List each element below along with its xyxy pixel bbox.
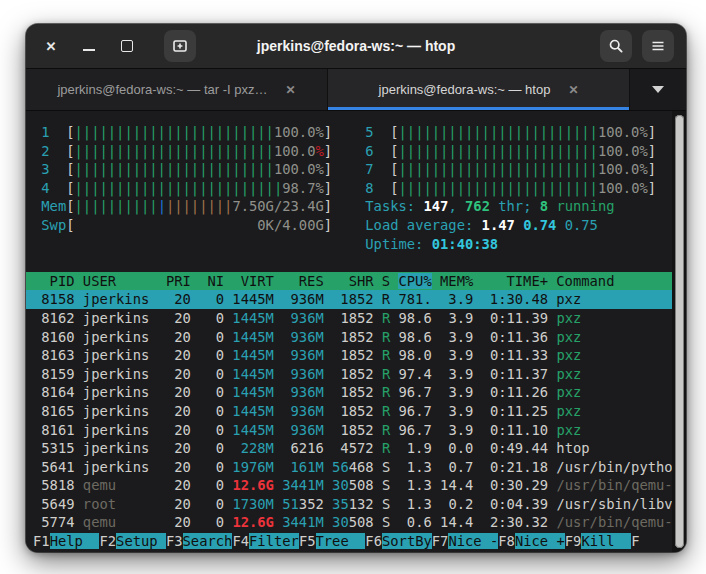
- search-button[interactable]: [600, 30, 632, 62]
- search-icon: [608, 38, 624, 54]
- process-row[interactable]: 8162 jperkins 20 0 1445M 936M 1852 R 98.…: [26, 309, 674, 328]
- process-row[interactable]: 8160 jperkins 20 0 1445M 936M 1852 R 98.…: [26, 328, 674, 347]
- uptime-line: Uptime: 01:40:38: [26, 235, 674, 254]
- tab-label: jperkins@fedora-ws:~ — htop: [379, 82, 551, 97]
- function-key-bar[interactable]: F1Help F2Setup F3SearchF4FilterF5Tree F6…: [26, 532, 674, 551]
- close-window-button[interactable]: ✕: [38, 33, 64, 59]
- tab-label: jperkins@fedora-ws:~ — tar -I pxz…: [57, 82, 267, 97]
- tab-htop-active[interactable]: jperkins@fedora-ws:~ — htop ✕: [328, 69, 630, 110]
- process-row[interactable]: 8159 jperkins 20 0 1445M 936M 1852 R 97.…: [26, 365, 674, 384]
- process-row[interactable]: 8161 jperkins 20 0 1445M 936M 1852 R 96.…: [26, 421, 674, 440]
- terminal-window: ✕ jperkins@fedora-ws:~ — htop: [26, 24, 686, 552]
- swap-meter-and-load-line: Swp[ 0K/4.00G] Load average: 1.47 0.74 0…: [26, 216, 674, 235]
- process-row-selected[interactable]: 8158 jperkins 20 0 1445M 936M 1852 R 781…: [26, 290, 674, 309]
- process-row[interactable]: 5649 root 20 0 1730M 51352 35132 S 1.3 0…: [26, 495, 674, 514]
- tab-overview-dropdown-button[interactable]: [630, 69, 686, 110]
- blank-line: [26, 253, 674, 272]
- cpu-meter-line: 3 [||||||||||||||||||||||||100.0%] 7 [||…: [26, 160, 674, 179]
- new-tab-icon: [172, 38, 188, 54]
- terminal-screen[interactable]: 1 [||||||||||||||||||||||||100.0%] 5 [||…: [26, 111, 686, 552]
- tab-close-icon[interactable]: ✕: [568, 83, 578, 97]
- memory-meter-and-tasks-line: Mem[|||||||||||||||||||7.50G/23.4G] Task…: [26, 197, 674, 216]
- process-row[interactable]: 8163 jperkins 20 0 1445M 936M 1852 R 98.…: [26, 346, 674, 365]
- terminal-content: 1 [||||||||||||||||||||||||100.0%] 5 [||…: [26, 123, 686, 551]
- maximize-window-button[interactable]: [114, 33, 140, 59]
- process-row[interactable]: 5315 jperkins 20 0 228M 6216 4572 R 1.9 …: [26, 439, 674, 458]
- tab-tar-pxz[interactable]: jperkins@fedora-ws:~ — tar -I pxz… ✕: [26, 69, 328, 110]
- scrollbar-thumb[interactable]: [675, 115, 684, 548]
- process-row[interactable]: 5818 qemu 20 0 12.6G 3441M 30508 S 1.3 1…: [26, 476, 674, 495]
- minimize-icon: [83, 49, 95, 51]
- process-table-header[interactable]: PID USER PRI NI VIRT RES SHR S CPU% MEM%…: [26, 272, 674, 291]
- maximize-icon: [121, 40, 133, 52]
- hamburger-menu-icon: [650, 38, 666, 54]
- cpu-meter-line: 2 [||||||||||||||||||||||||100.0%] 6 [||…: [26, 142, 674, 161]
- new-tab-button[interactable]: [164, 30, 196, 62]
- titlebar: ✕ jperkins@fedora-ws:~ — htop: [26, 24, 686, 69]
- cpu-meter-line: 4 [|||||||||||||||||||||||||98.7%] 8 [||…: [26, 179, 674, 198]
- close-icon: ✕: [46, 39, 57, 54]
- tab-close-icon[interactable]: ✕: [286, 83, 296, 97]
- process-row[interactable]: 5641 jperkins 20 0 1976M 161M 56468 S 1.…: [26, 458, 674, 477]
- desktop-background: { "window": { "title": "jperkins@fedora-…: [0, 0, 706, 574]
- caret-down-icon: [652, 86, 664, 93]
- tab-bar: jperkins@fedora-ws:~ — tar -I pxz… ✕ jpe…: [26, 69, 686, 111]
- minimize-window-button[interactable]: [76, 33, 102, 59]
- process-row[interactable]: 5774 qemu 20 0 12.6G 3441M 30508 S 0.6 1…: [26, 513, 674, 532]
- process-row[interactable]: 8165 jperkins 20 0 1445M 936M 1852 R 96.…: [26, 402, 674, 421]
- process-row[interactable]: 8164 jperkins 20 0 1445M 936M 1852 R 96.…: [26, 383, 674, 402]
- menu-button[interactable]: [642, 30, 674, 62]
- cpu-meter-line: 1 [||||||||||||||||||||||||100.0%] 5 [||…: [26, 123, 674, 142]
